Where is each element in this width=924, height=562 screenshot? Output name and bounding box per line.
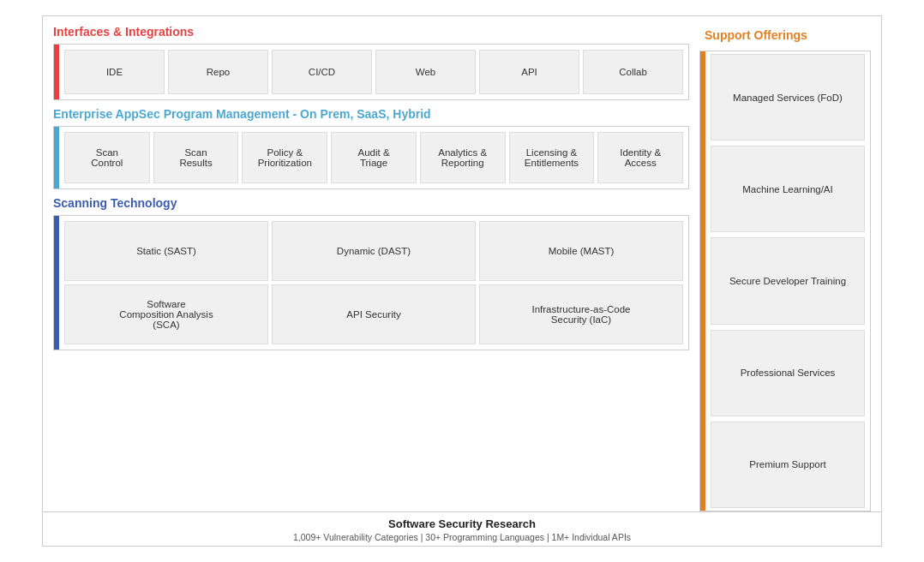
support-cell: Machine Learning/AI: [711, 146, 865, 232]
support-cell: Premium Support: [711, 422, 865, 508]
interfaces-title: Interfaces & Integrations: [53, 25, 689, 39]
enterprise-block: Scan ControlScan ResultsPolicy & Priorit…: [53, 126, 689, 189]
support-header: Support Offerings: [699, 25, 871, 51]
enterprise-cell: Identity & Access: [597, 132, 683, 183]
scanning-section: Scanning Technology Static (SAST)Dynamic…: [53, 196, 689, 350]
enterprise-cell: Scan Results: [153, 132, 239, 183]
support-cell: Professional Services: [711, 330, 865, 416]
support-block: Managed Services (FoD)Machine Learning/A…: [699, 51, 871, 511]
footer-title: Software Security Research: [43, 517, 881, 530]
support-title: Support Offerings: [705, 28, 866, 42]
enterprise-title: Enterprise AppSec Program Management - O…: [53, 107, 689, 121]
support-cell: Secure Developer Training: [711, 237, 865, 324]
left-panel: Interfaces & Integrations IDERepoCI/CDWe…: [53, 25, 689, 511]
main-container: Interfaces & Integrations IDERepoCI/CDWe…: [42, 15, 882, 547]
scanning-inner: Static (SAST)Dynamic (DAST)Mobile (MAST)…: [59, 216, 688, 350]
footer-section: Software Security Research 1,009+ Vulner…: [43, 511, 881, 546]
enterprise-grid: Scan ControlScan ResultsPolicy & Priorit…: [64, 132, 683, 183]
content-area: Interfaces & Integrations IDERepoCI/CDWe…: [43, 16, 881, 511]
right-panel: Support Offerings Managed Services (FoD)…: [699, 25, 871, 511]
support-inner: Managed Services (FoD)Machine Learning/A…: [705, 51, 870, 511]
interface-cell: Repo: [168, 50, 268, 94]
interface-cell: API: [479, 50, 579, 94]
enterprise-cell: Audit & Triage: [331, 132, 417, 183]
scanning-block: Static (SAST)Dynamic (DAST)Mobile (MAST)…: [53, 215, 689, 350]
interface-cell: Web: [375, 50, 476, 94]
support-cell: Managed Services (FoD): [711, 54, 865, 140]
enterprise-section: Enterprise AppSec Program Management - O…: [53, 107, 689, 189]
enterprise-cell: Analytics & Reporting: [420, 132, 506, 183]
interfaces-section: Interfaces & Integrations IDERepoCI/CDWe…: [53, 25, 689, 100]
scanning-cell: Dynamic (DAST): [272, 221, 476, 281]
interface-cell: CI/CD: [272, 50, 372, 94]
enterprise-cell: Scan Control: [64, 132, 150, 183]
scanning-cell: Software Composition Analysis (SCA): [64, 284, 268, 344]
scanning-cell: Static (SAST): [64, 221, 268, 281]
interface-cell: IDE: [64, 50, 165, 94]
interfaces-inner: IDERepoCI/CDWebAPICollab: [59, 45, 688, 99]
scanning-cell: Infrastructure-as-Code Security (IaC): [479, 284, 683, 344]
interfaces-block: IDERepoCI/CDWebAPICollab: [53, 44, 689, 100]
interface-cell: Collab: [583, 50, 683, 94]
support-cells: Managed Services (FoD)Machine Learning/A…: [705, 51, 870, 511]
interfaces-grid: IDERepoCI/CDWebAPICollab: [64, 50, 683, 94]
enterprise-cell: Policy & Prioritization: [242, 132, 327, 183]
enterprise-cell: Licensing & Entitlements: [509, 132, 595, 183]
footer-subtitle: 1,009+ Vulnerability Categories | 30+ Pr…: [43, 532, 881, 542]
enterprise-inner: Scan ControlScan ResultsPolicy & Priorit…: [59, 127, 688, 188]
scanning-grid: Static (SAST)Dynamic (DAST)Mobile (MAST)…: [64, 221, 683, 344]
scanning-title: Scanning Technology: [53, 196, 689, 210]
scanning-cell: API Security: [272, 284, 476, 344]
scanning-cell: Mobile (MAST): [479, 221, 683, 281]
